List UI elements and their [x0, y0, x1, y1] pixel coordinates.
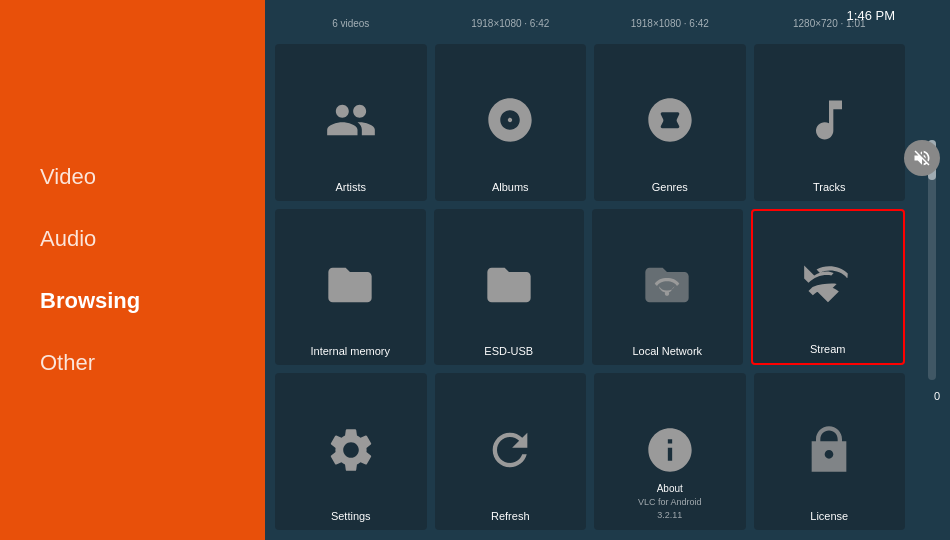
cell-about-label: AboutVLC for Android3.2.11: [594, 482, 746, 522]
cell-tracks[interactable]: Tracks: [754, 44, 906, 201]
cell-internal-memory[interactable]: Internal memory: [275, 209, 426, 366]
grid-row-3: Settings Refresh AboutVLC for Android3.2…: [275, 373, 905, 530]
strip-item-1: 1918×1080 · 6:42: [435, 18, 587, 36]
cell-settings-label: Settings: [275, 510, 427, 522]
mute-icon: [912, 148, 932, 168]
cell-local-network[interactable]: Local Network: [592, 209, 743, 366]
strip-item-0: 6 videos: [275, 18, 427, 36]
cell-artists-label: Artists: [275, 181, 427, 193]
folder-network-icon: [641, 259, 693, 311]
cell-genres[interactable]: Genres: [594, 44, 746, 201]
scroll-value: 0: [934, 390, 940, 402]
sidebar-item-audio[interactable]: Audio: [40, 208, 225, 270]
gear-icon: [325, 424, 377, 476]
main-content: 1:46 PM 6 videos 1918×1080 · 6:42 1918×1…: [265, 0, 950, 540]
cell-about[interactable]: AboutVLC for Android3.2.11: [594, 373, 746, 530]
mute-button[interactable]: [904, 140, 940, 176]
disc-icon: [484, 94, 536, 146]
folder-usb-icon: [483, 259, 535, 311]
top-strip: 6 videos 1918×1080 · 6:42 1918×1080 · 6:…: [275, 18, 905, 36]
cell-esd-usb-label: ESD-USB: [434, 345, 585, 357]
strip-item-2: 1918×1080 · 6:42: [594, 18, 746, 36]
cell-refresh-label: Refresh: [435, 510, 587, 522]
cell-tracks-label: Tracks: [754, 181, 906, 193]
stream-icon: [802, 259, 854, 311]
grid-row-1: Artists Albums Genres Tracks: [275, 44, 905, 201]
info-icon: [644, 424, 696, 476]
sidebar: Video Audio Browsing Other: [0, 0, 265, 540]
cell-albums-label: Albums: [435, 181, 587, 193]
person-icon: [325, 94, 377, 146]
cell-albums[interactable]: Albums: [435, 44, 587, 201]
mask-icon: [644, 94, 696, 146]
cell-license[interactable]: License: [754, 373, 906, 530]
folder-icon: [324, 259, 376, 311]
time-display: 1:46 PM: [847, 8, 895, 23]
cell-genres-label: Genres: [594, 181, 746, 193]
scroll-track[interactable]: [928, 140, 936, 380]
cell-local-network-label: Local Network: [592, 345, 743, 357]
cell-internal-memory-label: Internal memory: [275, 345, 426, 357]
cell-license-label: License: [754, 510, 906, 522]
grid-row-2: Internal memory ESD-USB Local Network: [275, 209, 905, 366]
sidebar-item-browsing[interactable]: Browsing: [40, 270, 225, 332]
cell-stream-label: Stream: [753, 343, 904, 355]
sidebar-item-other[interactable]: Other: [40, 332, 225, 394]
cell-stream[interactable]: Stream: [751, 209, 906, 366]
refresh-icon: [484, 424, 536, 476]
cell-esd-usb[interactable]: ESD-USB: [434, 209, 585, 366]
cell-refresh[interactable]: Refresh: [435, 373, 587, 530]
cell-artists[interactable]: Artists: [275, 44, 427, 201]
sidebar-item-video[interactable]: Video: [40, 146, 225, 208]
lock-open-icon: [803, 424, 855, 476]
content-grid: 6 videos 1918×1080 · 6:42 1918×1080 · 6:…: [275, 18, 905, 530]
cell-settings[interactable]: Settings: [275, 373, 427, 530]
music-icon: [803, 94, 855, 146]
